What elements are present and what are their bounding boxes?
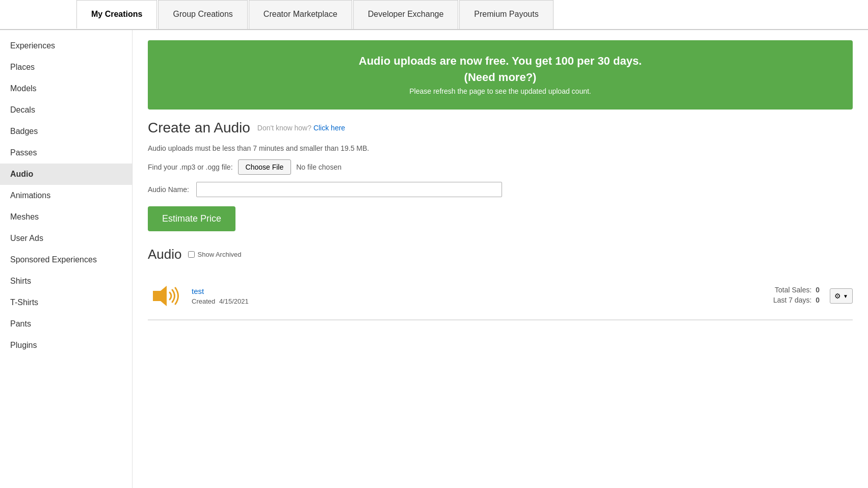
banner-title: Audio uploads are now free. You get 100 … xyxy=(158,55,843,68)
audio-info: test Created 4/15/2021 xyxy=(192,287,738,305)
tab-developer-exchange[interactable]: Developer Exchange xyxy=(353,0,459,29)
no-file-text: No file chosen xyxy=(296,163,341,171)
sidebar: Experiences Places Models Decals Badges … xyxy=(0,30,133,488)
audio-section-title: Audio xyxy=(148,247,182,262)
banner-title2: (Need more?) xyxy=(158,71,843,84)
sidebar-item-passes[interactable]: Passes xyxy=(0,142,132,164)
sidebar-item-sponsored-experiences[interactable]: Sponsored Experiences xyxy=(0,249,132,270)
click-here-hint: Don't know how? Click here xyxy=(257,124,345,132)
upload-label: Find your .mp3 or .ogg file: xyxy=(148,163,233,171)
created-date: 4/15/2021 xyxy=(219,297,249,305)
sidebar-item-pants[interactable]: Pants xyxy=(0,313,132,335)
audio-icon xyxy=(148,281,183,311)
audio-banner: Audio uploads are now free. You get 100 … xyxy=(148,40,853,110)
show-archived-text: Show Archived xyxy=(198,251,242,258)
last7-label: Last 7 days: xyxy=(773,296,812,304)
show-archived-label[interactable]: Show Archived xyxy=(188,251,242,258)
top-nav: My Creations Group Creations Creator Mar… xyxy=(0,0,868,30)
last7-row: Last 7 days: 0 xyxy=(738,296,820,304)
dont-know-text: Don't know how? xyxy=(257,124,311,132)
choose-file-button[interactable]: Choose File xyxy=(238,159,292,175)
bottom-divider xyxy=(148,320,853,320)
audio-list-section: Audio Show Archived xyxy=(148,247,853,320)
total-sales-label: Total Sales: xyxy=(775,286,811,294)
sidebar-item-models[interactable]: Models xyxy=(0,78,132,99)
audio-stats: Total Sales: 0 Last 7 days: 0 xyxy=(738,286,820,306)
sidebar-item-plugins[interactable]: Plugins xyxy=(0,335,132,356)
click-here-link[interactable]: Click here xyxy=(313,124,345,132)
audio-item: test Created 4/15/2021 Total Sales: 0 La… xyxy=(148,273,853,320)
sidebar-item-experiences[interactable]: Experiences xyxy=(0,35,132,57)
audio-section-header: Audio Show Archived xyxy=(148,247,853,262)
upload-row: Find your .mp3 or .ogg file: Choose File… xyxy=(148,159,853,175)
sidebar-item-badges[interactable]: Badges xyxy=(0,121,132,142)
created-label: Created xyxy=(192,297,215,305)
create-section: Create an Audio Don't know how? Click he… xyxy=(148,120,853,231)
sidebar-item-places[interactable]: Places xyxy=(0,57,132,78)
content-area: Audio uploads are now free. You get 100 … xyxy=(133,30,868,488)
sidebar-item-meshes[interactable]: Meshes xyxy=(0,206,132,228)
name-row: Audio Name: xyxy=(148,182,853,197)
total-sales-row: Total Sales: 0 xyxy=(738,286,820,294)
sidebar-item-t-shirts[interactable]: T-Shirts xyxy=(0,292,132,313)
gear-icon: ⚙ xyxy=(834,292,841,300)
tab-creator-marketplace[interactable]: Creator Marketplace xyxy=(249,0,352,29)
audio-action-button[interactable]: ⚙ ▼ xyxy=(830,288,853,304)
create-title: Create an Audio xyxy=(148,120,250,136)
sidebar-item-user-ads[interactable]: User Ads xyxy=(0,228,132,249)
tab-premium-payouts[interactable]: Premium Payouts xyxy=(459,0,553,29)
sidebar-item-animations[interactable]: Animations xyxy=(0,185,132,206)
svg-marker-0 xyxy=(153,286,167,306)
name-label: Audio Name: xyxy=(148,185,189,194)
banner-subtitle: Please refresh the page to see the updat… xyxy=(158,87,843,95)
show-archived-checkbox[interactable] xyxy=(188,251,195,258)
audio-created-date: Created 4/15/2021 xyxy=(192,297,738,305)
sidebar-item-decals[interactable]: Decals xyxy=(0,99,132,121)
main-layout: Experiences Places Models Decals Badges … xyxy=(0,30,868,488)
total-sales-value: 0 xyxy=(816,286,820,294)
dropdown-arrow-icon: ▼ xyxy=(843,293,848,299)
create-header: Create an Audio Don't know how? Click he… xyxy=(148,120,853,136)
estimate-price-button[interactable]: Estimate Price xyxy=(148,206,235,231)
audio-name-link[interactable]: test xyxy=(192,287,204,295)
last7-value: 0 xyxy=(816,296,820,304)
tab-my-creations[interactable]: My Creations xyxy=(76,0,157,29)
upload-info-text: Audio uploads must be less than 7 minute… xyxy=(148,144,853,152)
sidebar-item-shirts[interactable]: Shirts xyxy=(0,270,132,292)
tab-group-creations[interactable]: Group Creations xyxy=(158,0,247,29)
audio-name-input[interactable] xyxy=(196,182,502,197)
sidebar-item-audio[interactable]: Audio xyxy=(0,164,132,185)
